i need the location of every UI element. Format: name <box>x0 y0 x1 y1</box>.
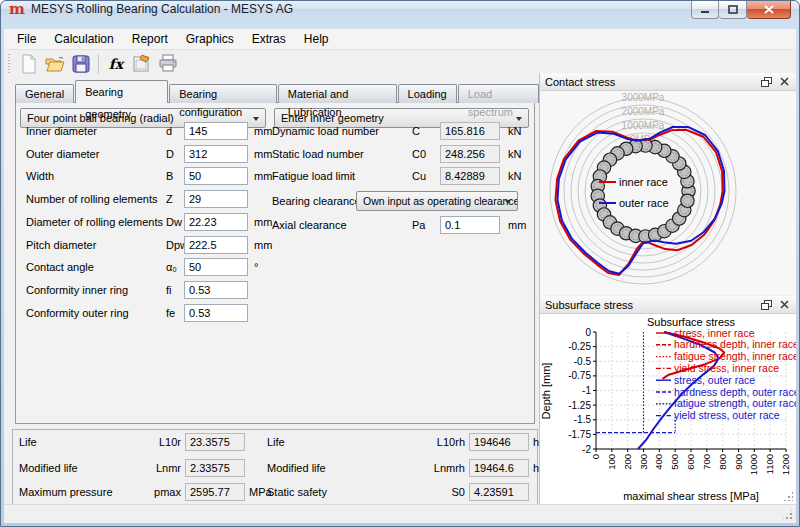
y-axis-title: Depth [mm] <box>540 363 552 420</box>
form-left-row-5-label: Pitch diameter <box>26 236 96 254</box>
axial-clearance-row-field[interactable]: 0.1 <box>440 216 500 234</box>
polar-ring-label: 3000MPa <box>622 92 665 103</box>
close-button[interactable] <box>747 1 791 19</box>
legend-label: stress, inner race <box>674 327 755 339</box>
form-right-row-2-field: 8.42889 <box>440 167 500 185</box>
tab-strip: GeneralBearing geometryBearing configura… <box>15 83 540 103</box>
form-left-row-8-symbol: fe <box>166 304 175 322</box>
calculation-workarea: GeneralBearing geometryBearing configura… <box>10 77 540 506</box>
form-left-row-6-symbol: α₀ <box>166 258 177 276</box>
form-right-row-2: Fatigue load limitCu8.42889kN <box>16 167 534 185</box>
legend-label: yield stress, inner race <box>674 362 779 374</box>
menu-item-extras[interactable]: Extras <box>243 29 295 49</box>
form-right-row-1-symbol: C0 <box>412 145 426 163</box>
bearing-clearance-label: Bearing clearance <box>272 192 361 210</box>
close-panel-button[interactable] <box>777 76 791 88</box>
menu-item-file[interactable]: File <box>8 29 45 49</box>
result-field: 19464.6 <box>469 459 529 477</box>
tab-bearing-configuration[interactable]: Bearing configuration <box>169 84 277 103</box>
result-row-0-1: LifeL10rh194646h <box>13 433 537 451</box>
form-right-row-0-symbol: C <box>412 122 420 140</box>
tab-loading[interactable]: Loading <box>398 84 457 103</box>
tab-general[interactable]: General <box>15 84 74 103</box>
x-axis-title: maximal shear stress [MPa] <box>623 490 759 502</box>
results-panel: LifeL10r23.3575LifeL10rh194646hModified … <box>12 429 538 505</box>
axial-clearance-row-unit: mm <box>508 216 526 234</box>
subsurface-stress-chart: 0-0.25-0.5-0.75-1-1.25-1.5-1.75-20100200… <box>540 314 796 504</box>
form-right-row-1-field: 248.256 <box>440 145 500 163</box>
mesys-logo-icon: m <box>9 1 27 17</box>
result-row-2-1: Static safetyS04.23591 <box>13 483 537 501</box>
print-icon[interactable] <box>156 53 180 75</box>
tab-load-spectrum: Load spectrum <box>458 84 539 103</box>
x-tick-label: 1100 <box>764 454 775 474</box>
report-preview-icon[interactable] <box>130 53 154 75</box>
minimize-icon <box>700 5 710 14</box>
float-panel-button[interactable] <box>759 76 773 88</box>
minimize-button[interactable] <box>691 1 719 19</box>
result-field: 4.23591 <box>469 483 529 501</box>
toolbar-grip[interactable] <box>7 54 12 74</box>
form-left-row-5: Pitch diameterDpw222.5mm <box>16 236 534 254</box>
form-left-row-5-field[interactable]: 222.5 <box>184 236 248 254</box>
tab-material-and-lubrication[interactable]: Material and Lubrication <box>278 84 397 103</box>
maximize-button[interactable] <box>719 1 747 19</box>
close-icon <box>764 5 774 14</box>
new-file-icon[interactable] <box>17 53 41 75</box>
form-left-row-6-field[interactable]: 50 <box>184 258 248 276</box>
contact-stress-title: Contact stress <box>545 76 755 88</box>
contact-stress-dock: Contact stress 0MPa1000MPa2000MPa3000MPa… <box>540 73 796 295</box>
result-symbol: S0 <box>405 483 465 501</box>
y-tick-label: -1 <box>582 385 591 396</box>
y-tick-label: -1.5 <box>574 414 592 425</box>
function-fx-icon[interactable]: fx <box>104 53 128 75</box>
x-tick-label: 100 <box>606 454 617 470</box>
y-tick-label: -0.25 <box>568 341 591 352</box>
status-bar <box>4 504 796 523</box>
open-file-icon[interactable] <box>43 53 67 75</box>
form-right-row-0-label: Dynamic load number <box>272 122 379 140</box>
y-tick-label: -2 <box>582 444 591 455</box>
float-icon <box>761 300 772 310</box>
x-tick-label: 400 <box>653 454 664 470</box>
bearing-clearance-value: Own input as operating clearance <box>363 195 518 207</box>
axial-clearance-row-label: Axial clearance <box>272 216 347 234</box>
y-tick-label: -0.75 <box>568 370 591 381</box>
axial-clearance-row: Axial clearancePa0.1mm <box>16 216 534 234</box>
window-resize-grip[interactable] <box>781 508 794 521</box>
menu-bar: FileCalculationReportGraphicsExtrasHelp <box>4 29 796 50</box>
bearing-clearance-select[interactable]: Own input as operating clearance <box>356 191 518 211</box>
x-tick-label: 0 <box>590 454 601 459</box>
y-tick-label: -1.75 <box>568 429 591 440</box>
x-tick-label: 300 <box>638 454 649 470</box>
form-right-row-2-label: Fatigue load limit <box>272 167 355 185</box>
x-tick-label: 600 <box>685 454 696 470</box>
result-row-1-1: Modified lifeLnmrh19464.6h <box>13 459 537 477</box>
subsurface-stress-titlebar[interactable]: Subsurface stress <box>540 296 796 314</box>
axial-clearance-row-symbol: Pa <box>412 216 425 234</box>
close-panel-button[interactable] <box>777 299 791 311</box>
float-panel-button[interactable] <box>759 299 773 311</box>
result-field: 194646 <box>469 433 529 451</box>
menu-item-calculation[interactable]: Calculation <box>45 29 122 49</box>
legend-label: fatigue strength, inner race <box>674 350 796 362</box>
form-left-row-8-field[interactable]: 0.53 <box>184 304 248 322</box>
y-tick-label: 0 <box>585 327 591 338</box>
x-tick-label: 200 <box>622 454 633 470</box>
save-file-icon[interactable] <box>69 53 93 75</box>
form-right-row-1: Static load numberC0248.256kN <box>16 145 534 163</box>
menu-item-graphics[interactable]: Graphics <box>177 29 243 49</box>
menu-item-help[interactable]: Help <box>295 29 338 49</box>
contact-stress-titlebar[interactable]: Contact stress <box>540 73 796 91</box>
form-right-row-2-unit: kN <box>508 167 521 185</box>
x-tick-label: 800 <box>717 454 728 470</box>
menu-item-report[interactable]: Report <box>123 29 177 49</box>
legend-label: fatigue strength, outer race <box>674 397 796 409</box>
y-tick-label: -0.5 <box>574 356 592 367</box>
form-right-row-0-field: 165.816 <box>440 122 500 140</box>
form-left-row-6-unit: ° <box>254 258 258 276</box>
form-left-row-7-symbol: fi <box>166 281 172 299</box>
tab-bearing-geometry[interactable]: Bearing geometry <box>75 80 168 103</box>
title-bar[interactable]: m MESYS Rolling Bearing Calculation - ME… <box>1 1 799 17</box>
form-left-row-7-field[interactable]: 0.53 <box>184 281 248 299</box>
